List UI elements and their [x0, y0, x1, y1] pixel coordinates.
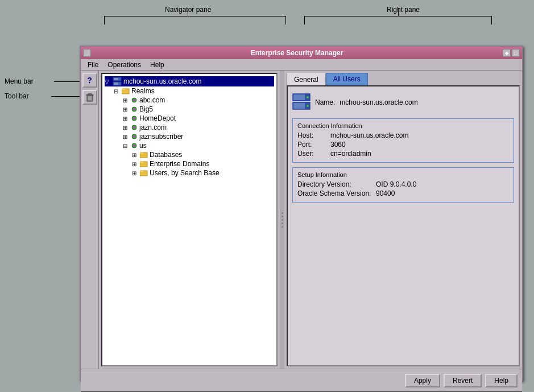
title-bar-minimize[interactable]: _: [83, 49, 91, 57]
connection-info-box: Connection Information Host: mchou-sun.u…: [292, 118, 514, 163]
tree-item-us[interactable]: ⊟ us: [105, 141, 274, 150]
db-expand-icon[interactable]: ⊞: [132, 152, 140, 158]
help-button[interactable]: Help: [485, 374, 518, 387]
abc-expand-icon[interactable]: ⊞: [123, 97, 131, 104]
tree-item-enterprise-domains[interactable]: ⊞ Enterprise Domains: [105, 159, 274, 168]
dir-version-row: Directory Version: OID 9.0.4.0.0: [297, 180, 509, 188]
us-expand-icon[interactable]: ⊟: [123, 143, 131, 149]
navigator-bracket-line: [188, 8, 188, 16]
window-title: Enterprise Security Manager: [251, 49, 343, 57]
port-row: Port: 3060: [297, 141, 509, 148]
help-toolbar-btn[interactable]: ?: [82, 73, 97, 88]
menu-bar: File Operations Help: [81, 59, 522, 71]
connection-info-title: Connection Information: [297, 122, 509, 129]
svg-rect-7: [114, 78, 118, 80]
enterprise-domains-label: Enterprise Domains: [150, 160, 209, 168]
divider-dot: [282, 222, 283, 224]
jazn-icon: [131, 124, 138, 131]
user-value: cn=orcladmin: [330, 150, 371, 158]
jaznsubscriber-label: jaznsubscriber: [139, 133, 183, 141]
menu-bar-line: [54, 81, 82, 82]
tree-item-jaznsubscriber[interactable]: ⊞ jaznsubscriber: [105, 132, 274, 141]
big5-expand-icon[interactable]: ⊞: [123, 106, 131, 113]
revert-button[interactable]: Revert: [444, 374, 482, 387]
svg-rect-11: [122, 89, 125, 90]
tree-item-big5[interactable]: ⊞ Big5: [105, 105, 274, 114]
tree-item-users-search-base[interactable]: ⊞ Users, by Search Base: [105, 168, 274, 178]
homedepot-icon: [131, 115, 138, 122]
jaznsub-expand-icon[interactable]: ⊞: [123, 134, 131, 140]
host-row: Host: mchou-sun.us.oracle.com: [297, 131, 509, 139]
tab-all-users[interactable]: All Users: [326, 73, 368, 85]
divider-dot: [282, 219, 283, 221]
svg-point-17: [133, 117, 135, 119]
svg-point-13: [133, 99, 135, 101]
big5-label: Big5: [139, 105, 153, 113]
bottom-bar: Apply Revert Help: [81, 369, 522, 391]
users-search-base-folder-icon: [140, 169, 148, 177]
delete-toolbar-btn[interactable]: [82, 90, 97, 105]
divider-dot: [282, 226, 283, 228]
tree-container: ▽ mchou-sun.us.oracle.com ⊟: [102, 74, 276, 180]
tree-item-realms[interactable]: ⊟ Realms: [105, 86, 274, 96]
host-label: Host:: [297, 131, 326, 139]
folder-icon: [122, 87, 130, 95]
divider-dot: [282, 212, 283, 214]
svg-rect-25: [140, 152, 143, 154]
menu-file[interactable]: File: [83, 60, 103, 70]
realms-expand-icon[interactable]: ⊟: [114, 88, 122, 94]
toolbar: ?: [81, 71, 99, 369]
ed-expand-icon[interactable]: ⊞: [132, 161, 140, 167]
title-bar-maximize[interactable]: □: [512, 49, 520, 57]
svg-rect-33: [293, 103, 305, 109]
tool-bar-line: [51, 96, 82, 97]
abc-label: abc.com: [139, 96, 165, 104]
right-bracket-line: [398, 8, 399, 16]
main-window: _ Enterprise Security Manager ◈ □ File O…: [80, 46, 523, 381]
setup-info-title: Setup Information: [297, 171, 509, 178]
oracle-schema-value: 90400: [376, 189, 395, 197]
tool-bar-annotation: Tool bar: [5, 92, 29, 100]
title-bar: _ Enterprise Security Manager ◈ □: [81, 47, 522, 59]
menu-help[interactable]: Help: [146, 60, 169, 70]
apply-button[interactable]: Apply: [405, 374, 440, 387]
svg-point-21: [133, 135, 135, 138]
enterprise-domains-folder-icon: [140, 160, 148, 168]
svg-rect-9: [114, 82, 118, 85]
tab-content-general: Name: mchou-sun.us.oracle.com Connection…: [287, 85, 520, 366]
realm-item-icon: [131, 97, 138, 104]
user-label: User:: [297, 150, 326, 158]
oracle-schema-label: Oracle Schema Version:: [297, 189, 371, 197]
svg-rect-29: [140, 171, 143, 172]
setup-info-box: Setup Information Directory Version: OID…: [292, 167, 514, 203]
svg-rect-31: [293, 94, 305, 100]
svg-rect-27: [140, 162, 143, 163]
dir-version-value: OID 9.0.4.0.0: [376, 180, 416, 188]
navigator-pane[interactable]: ▽ mchou-sun.us.oracle.com ⊟: [101, 73, 278, 366]
root-expand-icon[interactable]: ▽: [105, 79, 113, 85]
navigator-pane-bracket: [104, 16, 286, 24]
pane-divider[interactable]: [280, 71, 284, 369]
tree-item-databases[interactable]: ⊞ Databases: [105, 150, 274, 159]
title-bar-icon1[interactable]: ◈: [503, 49, 511, 57]
tree-item-jazn[interactable]: ⊞ jazn.com: [105, 123, 274, 132]
tab-general[interactable]: General: [287, 73, 326, 85]
svg-rect-2: [88, 93, 92, 94]
hd-expand-icon[interactable]: ⊞: [123, 115, 131, 122]
svg-point-15: [133, 108, 135, 110]
tree-root-node[interactable]: ▽ mchou-sun.us.oracle.com: [105, 76, 274, 86]
oracle-schema-row: Oracle Schema Version: 90400: [297, 189, 509, 197]
svg-point-34: [307, 96, 309, 98]
usb-expand-icon[interactable]: ⊞: [132, 170, 140, 176]
trash-icon: [85, 92, 95, 102]
server-icon: [113, 77, 122, 86]
tree-item-homedepot[interactable]: ⊞ HomeDepot: [105, 114, 274, 123]
us-icon: [131, 142, 138, 149]
right-pane: General All Users Name: mchou-s: [284, 71, 522, 369]
divider-dots: [282, 212, 283, 228]
jazn-expand-icon[interactable]: ⊞: [123, 125, 131, 131]
user-row: User: cn=orcladmin: [297, 150, 509, 158]
port-value: 3060: [330, 141, 346, 148]
menu-operations[interactable]: Operations: [103, 60, 146, 70]
tree-item-abc[interactable]: ⊞ abc.com: [105, 96, 274, 105]
